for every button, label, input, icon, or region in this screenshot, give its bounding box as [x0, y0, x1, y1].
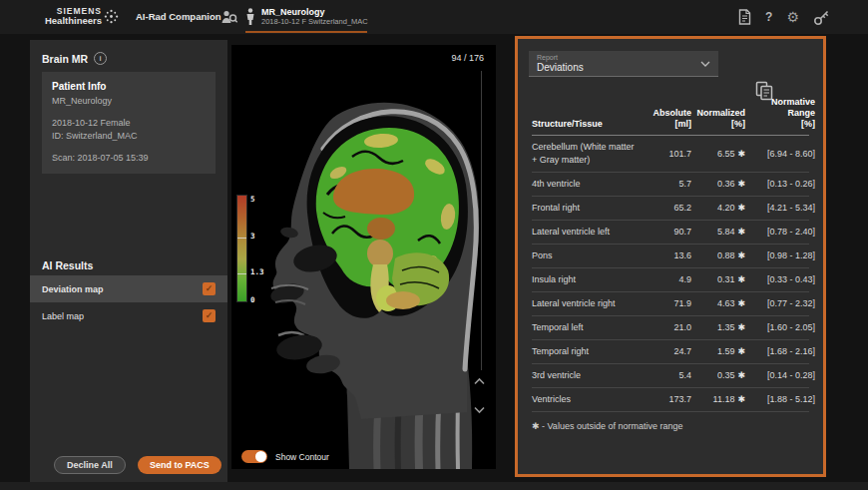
patient-search-icon[interactable]	[220, 9, 237, 25]
check-icon: ✓	[206, 282, 214, 295]
normalized-cell: 1.59✱	[691, 345, 745, 358]
deviation-table-body: Cerebellum (White matter + Gray matter)1…	[532, 136, 809, 412]
table-header: Structure/Tissue Absolute [ml] Normalize…	[532, 97, 809, 136]
normalized-cell: 6.55✱	[691, 148, 745, 161]
table-row: 4th ventricle5.70.36✱[0.13 - 0.26]	[532, 173, 809, 197]
table-row: Pons13.60.88✱[0.98 - 1.28]	[532, 245, 809, 268]
normalized-value: 0.31	[717, 274, 735, 284]
table-row: Ventricles173.711.18✱[1.88 - 5.12]	[532, 388, 809, 412]
table-row: Temporal right24.71.59✱[1.68 - 2.16]	[532, 340, 809, 364]
header-actions: ? ⚙	[738, 0, 830, 34]
ai-result-label: Deviation map	[42, 284, 104, 294]
checkbox[interactable]: ✓	[203, 282, 216, 295]
range-cell: [6.94 - 8.60]	[745, 148, 815, 161]
absolute-cell: 5.7	[640, 178, 691, 191]
send-to-pacs-button[interactable]: Send to PACS	[138, 456, 221, 474]
chevron-down-icon	[700, 61, 710, 67]
settings-gear-icon[interactable]: ⚙	[786, 9, 799, 25]
key-icon[interactable]	[813, 9, 830, 26]
header-structure: Structure/Tissue	[532, 119, 640, 130]
app-title: AI-Rad Companion	[136, 0, 221, 34]
ai-rad-companion-app: SIEMENS Healthineers AI-Rad Companion	[0, 0, 868, 490]
section-title: Brain MR	[42, 53, 88, 65]
outside-range-star-icon: ✱	[737, 227, 745, 237]
range-cell: [0.77 - 2.32]	[745, 297, 815, 310]
slice-indicator: 94 / 176	[451, 53, 484, 63]
normalized-value: 0.35	[717, 370, 735, 380]
ai-result-row[interactable]: Label map✓	[30, 302, 227, 329]
outside-range-star-icon: ✱	[737, 394, 745, 404]
table-footnote: ✱ - Values outside of normative range	[532, 421, 809, 431]
patient-id: ID: Switzerland_MAC	[52, 130, 206, 143]
table-row: Cerebellum (White matter + Gray matter)1…	[532, 136, 809, 173]
outside-range-star-icon: ✱	[737, 322, 745, 332]
header-normative-range: Normative Range [%]	[745, 97, 815, 130]
absolute-cell: 90.7	[640, 226, 691, 239]
normalized-value: 4.63	[717, 298, 735, 308]
normalized-value: 5.84	[717, 227, 735, 237]
range-cell: [1.60 - 2.05]	[745, 321, 815, 334]
range-cell: [4.21 - 5.34]	[745, 202, 815, 215]
normalized-cell: 4.63✱	[691, 297, 745, 310]
range-cell: [1.88 - 5.12]	[745, 393, 815, 406]
ai-result-row[interactable]: Deviation map✓	[30, 275, 227, 302]
table-row: Insula right4.90.31✱[0.33 - 0.43]	[532, 268, 809, 292]
absolute-cell: 5.4	[640, 369, 691, 382]
normalized-cell: 4.20✱	[691, 202, 745, 215]
range-cell: [0.14 - 0.28]	[745, 369, 815, 382]
help-icon[interactable]: ?	[765, 10, 772, 24]
outside-range-star-icon: ✱	[737, 370, 745, 380]
patient-tab[interactable]: MR_Neurology 2018-10-12 F Switzerland_MA…	[245, 0, 369, 34]
image-viewer[interactable]: 94 / 176 531.30 Show Contour	[231, 45, 496, 469]
patient-icon	[245, 8, 255, 26]
ai-results-title: AI Results	[42, 259, 93, 271]
range-cell: [1.68 - 2.16]	[745, 345, 815, 358]
range-cell: [0.33 - 0.43]	[745, 273, 815, 286]
patient-info-title: Patient Info	[52, 81, 206, 92]
normalized-cell: 1.35✱	[691, 321, 745, 334]
scroll-down-icon[interactable]	[473, 406, 486, 414]
deviation-table: Structure/Tissue Absolute [ml] Normalize…	[532, 97, 809, 431]
report-dropdown-label: Report	[537, 54, 710, 62]
deviation-scale: 531.30	[236, 195, 245, 300]
ai-results-list: Deviation map✓Label map✓	[30, 275, 227, 329]
absolute-cell: 24.7	[640, 345, 691, 358]
normalized-cell: 11.18✱	[691, 393, 745, 406]
range-cell: [0.78 - 2.40]	[745, 226, 815, 239]
structure-cell: Lateral ventricle right	[532, 297, 640, 310]
info-icon[interactable]: i	[94, 52, 107, 65]
absolute-cell: 101.7	[640, 148, 691, 161]
structure-cell: 3rd ventricle	[532, 369, 640, 382]
toggle-knob	[255, 451, 266, 462]
slice-scrollbar[interactable]	[481, 71, 482, 370]
range-cell: [0.98 - 1.28]	[745, 249, 815, 262]
table-row: 3rd ventricle5.40.35✱[0.14 - 0.28]	[532, 364, 809, 388]
siemens-sparkle-icon	[104, 9, 119, 24]
normalized-value: 0.36	[717, 179, 735, 189]
ai-result-label: Label map	[42, 311, 84, 321]
checkbox[interactable]: ✓	[203, 309, 216, 322]
normalized-cell: 0.88✱	[691, 249, 745, 262]
scale-tick	[237, 273, 246, 274]
outside-range-star-icon: ✱	[737, 274, 745, 284]
patient-study: MR_Neurology	[52, 95, 206, 108]
table-row: Lateral ventricle left90.75.84✱[0.78 - 2…	[532, 221, 809, 245]
scroll-up-icon[interactable]	[473, 377, 486, 385]
check-icon: ✓	[206, 309, 214, 322]
brand-line2: Healthineers	[38, 16, 102, 26]
report-document-icon[interactable]	[738, 9, 751, 25]
decline-all-button[interactable]: Decline All	[54, 456, 126, 474]
absolute-cell: 71.9	[640, 297, 691, 310]
normalized-value: 11.18	[713, 394, 735, 404]
show-contour-toggle[interactable]	[241, 450, 267, 463]
normalized-value: 0.88	[717, 250, 735, 260]
patient-tab-title: MR_Neurology	[261, 7, 368, 17]
absolute-cell: 65.2	[640, 202, 691, 215]
deviation-scale-bar	[236, 195, 247, 302]
outside-range-star-icon: ✱	[737, 346, 745, 356]
table-row: Lateral ventricle right71.94.63✱[0.77 - …	[532, 292, 809, 316]
report-dropdown[interactable]: Report Deviations	[529, 51, 718, 77]
left-sidebar: Brain MR i Patient Info MR_Neurology 201…	[30, 40, 227, 482]
table-row: Temporal left21.01.35✱[1.60 - 2.05]	[532, 316, 809, 340]
structure-cell: Ventricles	[532, 393, 640, 406]
